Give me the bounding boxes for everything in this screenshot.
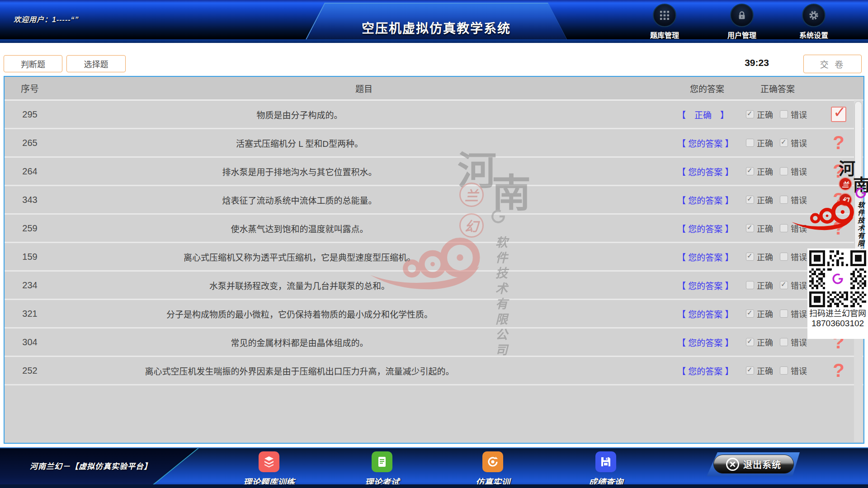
row-question: 离心式压缩机又称为透平式压缩机，它是典型速度型压缩机。 xyxy=(55,251,673,263)
cloud-ornament-icon xyxy=(790,197,864,233)
menu-theory-question-bank-training[interactable]: 理论题库训练 xyxy=(233,451,305,488)
bottom-bar: 河南兰幻－【虚拟仿真实验平台】 理论题库训练 理论考试 xyxy=(0,447,868,488)
menu-score-query[interactable]: 成绩查询 xyxy=(570,451,642,488)
result-icon xyxy=(833,359,844,382)
table-row: 343 焓表征了流动系统中流体工质的总能量。 【 您的答案 】 正确 错误 xyxy=(5,186,863,215)
column-header-number: 序号 xyxy=(5,82,55,95)
row-number: 265 xyxy=(5,138,55,148)
wrong-checkbox[interactable] xyxy=(780,224,788,232)
correct-checkbox-label: 正确 xyxy=(757,194,773,206)
table-row: 304 常见的金属材料都是由晶体组成的。 【 您的答案 】 正确 错误 xyxy=(5,328,863,357)
table-row: 264 排水泵是用于排地沟水与其它位置积水。 【 您的答案 】 正确 错误 xyxy=(5,158,863,186)
submit-exam-button[interactable]: 交 卷 xyxy=(803,55,862,73)
column-header-question: 题目 xyxy=(55,82,673,94)
welcome-text: 欢迎用户：1-----“” xyxy=(14,14,79,24)
document-icon xyxy=(372,451,392,472)
row-your-answer: 【 您的答案 】 xyxy=(673,194,741,206)
wrong-checkbox-label: 错误 xyxy=(791,137,807,149)
lock-icon xyxy=(737,10,747,20)
exam-timer: 39:23 xyxy=(736,57,778,68)
row-number: 321 xyxy=(5,309,55,319)
row-question: 物质是由分子构成的。 xyxy=(55,108,673,121)
correct-checkbox[interactable] xyxy=(746,110,754,118)
correct-checkbox-label: 正确 xyxy=(757,308,773,319)
menu-label: 理论题库训练 xyxy=(233,475,305,488)
qr-phone-number: 18703603102 xyxy=(807,319,868,328)
wrong-checkbox[interactable] xyxy=(780,139,788,147)
exit-button-label: 退出系统 xyxy=(743,458,781,471)
wrong-checkbox-label: 错误 xyxy=(791,365,807,376)
correct-checkbox[interactable] xyxy=(746,253,754,261)
row-your-answer: 【 您的答案 】 xyxy=(673,137,741,149)
menu-theory-exam[interactable]: 理论考试 xyxy=(346,451,418,488)
vendor-side-overlay: 河 南 兰 幻 软件技术有限公司 xyxy=(789,154,868,343)
column-header-correct-answer: 正确答案 xyxy=(741,82,814,94)
correct-checkbox[interactable] xyxy=(746,310,754,318)
row-correct-answer: 正确 错误 xyxy=(741,108,814,120)
gear-icon xyxy=(808,10,819,21)
wrong-checkbox[interactable] xyxy=(780,253,788,261)
row-question: 离心式空压机发生喘振的外界因素是由于压缩机出口压力升高，流量减少引起的。 xyxy=(55,365,673,377)
exit-system-button[interactable]: 退出系统 xyxy=(713,455,794,474)
tab-choice-questions[interactable]: 选择题 xyxy=(66,55,126,72)
layers-icon xyxy=(259,451,279,472)
circle-x-icon xyxy=(726,458,739,471)
row-question: 常见的金属材料都是由晶体组成的。 xyxy=(55,336,673,348)
nav-circle xyxy=(653,4,676,27)
row-number: 264 xyxy=(5,166,55,177)
nav-user-management[interactable]: 用户管理 xyxy=(715,4,769,40)
app-title: 空压机虚拟仿真教学系统 xyxy=(305,19,568,37)
row-question: 活塞式压缩机分 L 型和D型两种。 xyxy=(55,137,673,149)
correct-checkbox-label: 正确 xyxy=(757,336,773,348)
row-question: 排水泵是用于排地沟水与其它位置积水。 xyxy=(55,165,673,178)
wrong-checkbox[interactable] xyxy=(780,110,788,118)
correct-checkbox-label: 正确 xyxy=(757,251,773,263)
wrong-checkbox[interactable] xyxy=(780,281,788,289)
correct-checkbox[interactable] xyxy=(746,139,754,147)
wrong-checkbox[interactable] xyxy=(780,310,788,318)
table-row: 234 水泵并联扬程改变，流量为几台并联泵的总和。 【 您的答案 】 正确 错误 xyxy=(5,272,863,300)
table-row: 265 活塞式压缩机分 L 型和D型两种。 【 您的答案 】 正确 错误 xyxy=(5,129,863,158)
nav-label: 系统设置 xyxy=(787,29,841,40)
correct-checkbox-label: 正确 xyxy=(757,165,773,177)
row-your-answer: 【 您的答案 】 xyxy=(673,365,741,377)
menu-label: 成绩查询 xyxy=(570,475,642,488)
app-window: 欢迎用户：1-----“” 空压机虚拟仿真教学系统 题库管理 xyxy=(0,0,868,488)
correct-checkbox-label: 正确 xyxy=(757,365,773,376)
correct-checkbox[interactable] xyxy=(746,366,754,375)
tab-judgment-questions[interactable]: 判断题 xyxy=(4,55,62,72)
correct-checkbox-label: 正确 xyxy=(757,137,773,149)
question-table: 序号 题目 您的答案 正确答案 295 物质是由分子构成的。 【 正确 】 正确… xyxy=(4,76,864,444)
correct-checkbox[interactable] xyxy=(746,196,754,204)
save-icon xyxy=(595,451,616,472)
platform-brand-text: 河南兰幻－【虚拟仿真实验平台】 xyxy=(30,460,152,471)
wrong-checkbox[interactable] xyxy=(780,167,788,175)
nav-question-bank-management[interactable]: 题库管理 xyxy=(637,4,692,40)
menu-label: 仿真实训 xyxy=(457,475,529,488)
nav-system-settings[interactable]: 系统设置 xyxy=(787,4,841,40)
grid-icon xyxy=(660,10,670,20)
wrong-checkbox[interactable] xyxy=(780,338,788,346)
qr-caption: 扫码进兰幻官网 xyxy=(807,309,868,319)
row-your-answer: 【 您的答案 】 xyxy=(673,308,741,320)
wrong-checkbox[interactable] xyxy=(780,196,788,204)
correct-checkbox[interactable] xyxy=(746,281,754,289)
correct-checkbox-label: 正确 xyxy=(757,108,773,120)
table-row: 321 分子是构成物质的最小微粒，它仍保持着物质的最小成分和化学性质。 【 您的… xyxy=(5,300,863,328)
row-your-answer: 【 您的答案 】 xyxy=(673,222,741,235)
qr-code-block: 扫码进兰幻官网 18703603102 xyxy=(807,249,868,339)
correct-checkbox-label: 正确 xyxy=(757,279,773,291)
row-number: 343 xyxy=(5,195,55,205)
correct-checkbox[interactable] xyxy=(746,167,754,175)
table-row: 259 使水蒸气达到饱和的温度就叫露点。 【 您的答案 】 正确 错误 xyxy=(5,215,863,243)
wrong-checkbox[interactable] xyxy=(780,366,788,375)
row-your-answer: 【 正确 】 xyxy=(673,108,741,121)
qr-center-logo-icon xyxy=(830,271,846,287)
top-header: 欢迎用户：1-----“” 空压机虚拟仿真教学系统 题库管理 xyxy=(0,0,868,43)
menu-simulation-training[interactable]: 仿真实训 xyxy=(457,451,529,488)
result-icon xyxy=(833,131,844,155)
row-your-answer: 【 您的答案 】 xyxy=(673,279,741,291)
correct-checkbox[interactable] xyxy=(746,338,754,346)
table-row: 295 物质是由分子构成的。 【 正确 】 正确 错误 xyxy=(5,101,863,129)
correct-checkbox[interactable] xyxy=(746,224,754,232)
